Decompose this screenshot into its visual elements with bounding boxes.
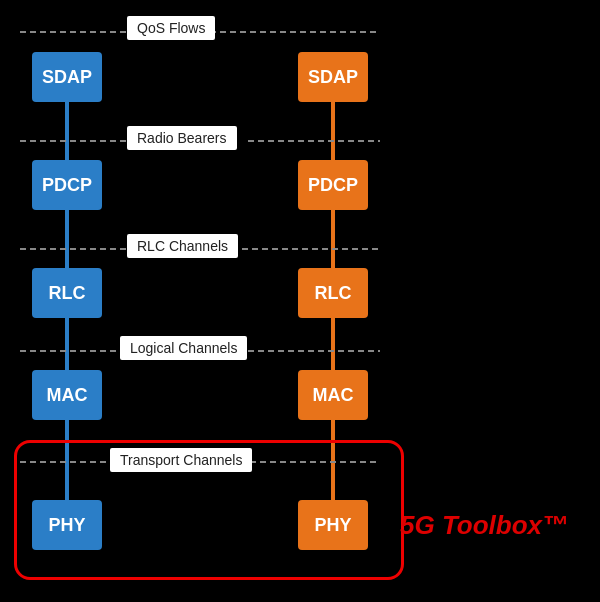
rlc-right-block: RLC (298, 268, 368, 318)
logical-channels-label: Logical Channels (120, 336, 247, 360)
diagram: SDAP SDAP PDCP PDCP RLC RLC MAC MAC PHY … (0, 0, 600, 602)
phy-right-block: PHY (298, 500, 368, 550)
mac-left-block: MAC (32, 370, 102, 420)
mac-right-block: MAC (298, 370, 368, 420)
rlc-channels-label: RLC Channels (127, 234, 238, 258)
toolbox-label: 5G Toolbox™ (400, 510, 568, 541)
rlc-left-block: RLC (32, 268, 102, 318)
phy-left-block: PHY (32, 500, 102, 550)
pdcp-left-block: PDCP (32, 160, 102, 210)
transport-channels-label: Transport Channels (110, 448, 252, 472)
qos-flows-label: QoS Flows (127, 16, 215, 40)
sdap-right-block: SDAP (298, 52, 368, 102)
radio-bearers-label: Radio Bearers (127, 126, 237, 150)
sdap-left-block: SDAP (32, 52, 102, 102)
pdcp-right-block: PDCP (298, 160, 368, 210)
